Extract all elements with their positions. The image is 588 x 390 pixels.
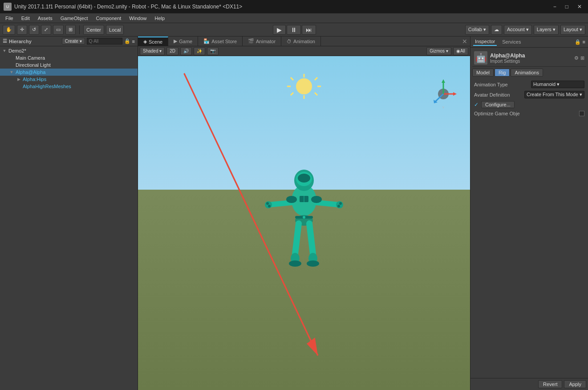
tab-animation[interactable]: ⏱ Animation xyxy=(281,37,321,46)
model-tab-button[interactable]: Model xyxy=(472,69,494,77)
local-button[interactable]: Local xyxy=(106,25,124,35)
inspector-gear-icon[interactable]: ⚙ xyxy=(574,55,579,61)
2d-label: 2D xyxy=(170,49,175,53)
inspector-expand-icon[interactable]: ⊞ xyxy=(580,55,584,61)
menu-edit[interactable]: Edit xyxy=(18,15,33,22)
hierarchy-menu-icon[interactable]: ≡ xyxy=(132,39,135,44)
svg-point-38 xyxy=(266,202,269,205)
hierarchy-lock-icon[interactable]: 🔒 xyxy=(124,38,130,44)
rect-tool-button[interactable]: ▭ xyxy=(53,25,64,35)
tab-asset-store[interactable]: 🏪 Asset Store xyxy=(198,37,243,46)
hierarchy-title-label: Hierarchy xyxy=(9,39,32,44)
scene-gizmo: Y xyxy=(430,78,457,110)
animations-tab-label: Animations xyxy=(515,70,539,75)
menu-file[interactable]: File xyxy=(2,15,17,22)
inspector-asset-info: Alpha@Alpha Import Settings xyxy=(490,53,525,64)
cloud-button[interactable]: ☁ xyxy=(491,25,502,35)
2d-button[interactable]: 2D xyxy=(166,47,178,55)
pause-button[interactable]: ⏸ xyxy=(287,25,301,35)
animation-type-value[interactable]: Humanoid ▾ xyxy=(531,81,584,88)
avatar-definition-value[interactable]: Create From This Mode ▾ xyxy=(524,91,584,98)
hierarchy-item-directional-light[interactable]: Directional Light xyxy=(0,61,138,69)
svg-point-0 xyxy=(296,78,312,94)
svg-point-28 xyxy=(289,260,301,267)
gizmos-button[interactable]: Gizmos ▾ xyxy=(426,47,451,55)
scene-character xyxy=(251,147,357,299)
hier-label-alpha-alpha: Alpha@Alpha xyxy=(16,69,45,75)
menubar: File Edit Assets GameObject Component Wi… xyxy=(0,13,588,23)
layers-button[interactable]: Layers ▾ xyxy=(534,25,559,35)
inspector-tab[interactable]: Inspector xyxy=(473,38,497,46)
move-tool-button[interactable]: ✛ xyxy=(17,25,27,35)
menu-window[interactable]: Window xyxy=(126,15,150,22)
apply-button[interactable]: Apply xyxy=(564,380,586,388)
close-button[interactable]: ✕ xyxy=(575,3,584,11)
inspector-panel: Inspector Services 🔒 ≡ 🤖 Alpha@Alpha Imp… xyxy=(470,37,588,390)
inspector-asset-header: 🤖 Alpha@Alpha Import Settings ⚙ ⊞ xyxy=(472,49,586,67)
optimize-row: Optimize Game Obje xyxy=(472,110,586,118)
inspector-menu-icon[interactable]: ≡ xyxy=(583,39,585,45)
local-label: Local xyxy=(109,27,121,32)
menu-component[interactable]: Component xyxy=(92,15,125,22)
hierarchy-item-alpha-high-res[interactable]: AlphaHighResMeshes xyxy=(0,83,138,90)
hierarchy-item-main-camera[interactable]: Main Camera xyxy=(0,54,138,61)
shaded-button[interactable]: Shaded ▾ xyxy=(140,47,165,55)
titlebar-left: U Unity 2017.1.1f1 Personal (64bit) - De… xyxy=(4,3,242,11)
configure-button[interactable]: Configure... xyxy=(481,101,515,108)
transform-tool-button[interactable]: ⊞ xyxy=(65,25,76,35)
svg-point-41 xyxy=(337,205,340,207)
menu-gameobject[interactable]: GameObject xyxy=(57,15,92,22)
layout-button[interactable]: Layout ▾ xyxy=(560,25,585,35)
center-button[interactable]: Center xyxy=(83,25,104,35)
animation-type-row: Animation Type Humanoid ▾ xyxy=(472,79,586,89)
audio-button[interactable]: 🔊 xyxy=(180,47,192,55)
hierarchy-item-demo2[interactable]: ▼ Demo2* xyxy=(0,47,138,54)
step-button[interactable]: ⏭ xyxy=(302,25,316,35)
hierarchy-create-button[interactable]: Create ▾ xyxy=(62,38,85,45)
inspector-tab-bar: Inspector Services xyxy=(473,38,523,46)
svg-point-39 xyxy=(268,205,271,207)
model-tab-label: Model xyxy=(476,70,490,75)
rig-tab-button[interactable]: Rig xyxy=(495,69,510,77)
hierarchy-search-input[interactable] xyxy=(87,38,122,45)
animation-type-label: Animation Type xyxy=(474,82,508,87)
hier-toggle-alpha-hips: ▶ xyxy=(16,77,21,81)
tab-animator[interactable]: 🎬 Animator xyxy=(243,37,281,46)
account-button[interactable]: Account ▾ xyxy=(504,25,532,35)
effects-button[interactable]: ✨ xyxy=(194,47,205,55)
hier-label-main-camera: Main Camera xyxy=(16,55,45,61)
menu-assets[interactable]: Assets xyxy=(34,15,56,22)
hier-label-demo2: Demo2* xyxy=(8,48,26,53)
all-filter-button[interactable]: ◉All xyxy=(453,47,468,55)
gizmos-label: Gizmos ▾ xyxy=(430,49,448,53)
animation-tab-icon: ⏱ xyxy=(287,39,292,44)
hierarchy-item-alpha-alpha[interactable]: ▼ Alpha@Alpha xyxy=(0,69,138,76)
hierarchy-item-alpha-hips[interactable]: ▶ Alpha:Hips xyxy=(0,76,138,83)
tab-scene[interactable]: ◈ Scene xyxy=(138,37,168,46)
titlebar-controls[interactable]: − □ ✕ xyxy=(551,3,584,11)
optimize-checkbox[interactable] xyxy=(579,111,584,116)
scene-view[interactable]: Y xyxy=(138,56,470,390)
all-label: ◉All xyxy=(456,49,465,53)
svg-point-20 xyxy=(298,174,310,183)
unity-logo-icon: U xyxy=(4,3,12,11)
hand-tool-button[interactable]: ✋ xyxy=(3,25,15,35)
maximize-button[interactable]: □ xyxy=(563,3,571,11)
minimize-button[interactable]: − xyxy=(551,3,559,11)
revert-button[interactable]: Revert xyxy=(538,380,562,388)
inspector-lock-icon[interactable]: 🔒 xyxy=(575,39,581,45)
toolbar-sep-1 xyxy=(79,25,80,34)
tab-game[interactable]: ▶ Game xyxy=(168,37,198,46)
menu-help[interactable]: Help xyxy=(151,15,168,22)
inspector-footer: Revert Apply xyxy=(470,378,588,390)
animations-tab-button[interactable]: Animations xyxy=(511,69,543,77)
view-area-close-icon[interactable]: ✕ xyxy=(459,38,470,45)
svg-point-33 xyxy=(303,216,305,219)
services-tab[interactable]: Services xyxy=(500,38,523,45)
camera-icon-button[interactable]: 📷 xyxy=(207,47,219,55)
rotate-tool-button[interactable]: ↺ xyxy=(29,25,39,35)
scale-tool-button[interactable]: ⤢ xyxy=(41,25,51,35)
collab-button[interactable]: Collab ▾ xyxy=(465,25,489,35)
play-button[interactable]: ▶ xyxy=(273,25,286,35)
inspector-asset-controls: ⚙ ⊞ xyxy=(574,55,584,61)
